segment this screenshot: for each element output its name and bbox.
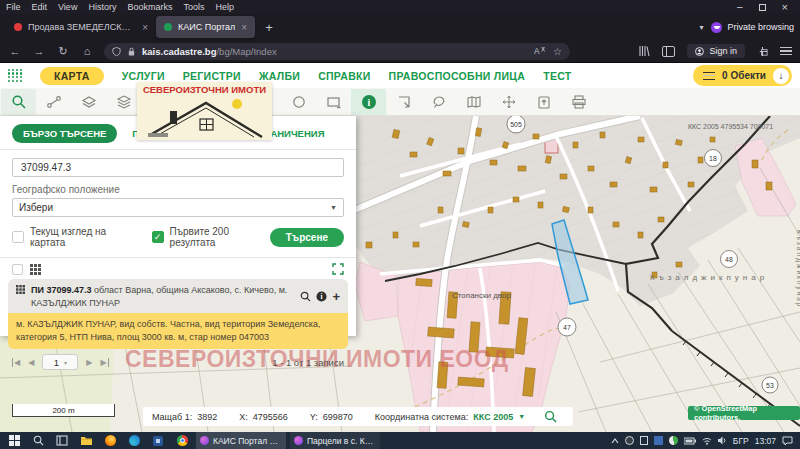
map-toolbar: i [0,88,800,116]
signin-button[interactable]: Sign in [687,44,745,58]
nav-item-uslugi[interactable]: УСЛУГИ [122,70,165,82]
language-indicator[interactable]: БГР [733,436,749,446]
pan-tool-icon[interactable] [491,89,526,115]
taskbar-window-parceli[interactable]: Парцели в с. Кичево... [290,432,380,449]
page-select[interactable]: 1 ▾ [42,354,78,370]
select-all-checkbox[interactable] [12,264,23,275]
nav-item-karta[interactable]: КАРТА [40,67,104,85]
rect-select-tool-icon[interactable] [316,89,351,115]
tray-antivirus-icon[interactable] [669,436,678,445]
layers-tool-icon[interactable] [106,89,141,115]
search-button[interactable]: Търсене [270,228,344,247]
tab-list-chevron-icon[interactable]: ▾ [699,23,703,32]
osm-attribution[interactable]: © OpenStreetMap contributors. [688,406,800,420]
status-search-icon[interactable] [544,410,557,423]
export-tool-icon[interactable] [526,89,561,115]
menu-file[interactable]: File [6,2,21,12]
menu-edit[interactable]: Edit [32,2,48,12]
taskbar-search-icon[interactable] [28,432,48,449]
tray-app-icon[interactable] [654,436,663,445]
search-tool-icon[interactable] [1,89,36,115]
current-view-checkbox[interactable] [12,231,24,243]
parcel-grid-icon [16,285,25,294]
notification-icon[interactable] [782,436,793,446]
info-tool-icon[interactable]: i [351,89,386,115]
geo-position-select[interactable]: Избери ▼ [12,198,344,217]
tab-close-icon[interactable]: × [241,22,247,33]
basemap-tool-icon[interactable] [71,89,106,115]
extension-icon[interactable] [757,46,768,57]
menu-help[interactable]: Help [215,2,234,12]
app-menu-icon[interactable] [780,47,792,55]
sidebar-icon[interactable] [662,46,675,57]
tab-close-icon[interactable]: × [142,22,148,33]
file-explorer-icon[interactable] [76,432,96,449]
window-restore-button[interactable] [759,4,766,11]
tab-quick-search[interactable]: БЪРЗО ТЪРСЕНЕ [12,124,117,143]
zoom-to-result-icon[interactable] [300,291,311,302]
app-icon-blue[interactable] [148,432,168,449]
bookmark-star-icon[interactable]: ☆ [553,46,562,57]
clock[interactable]: 13:07 [755,436,776,446]
volume-icon[interactable] [718,436,727,445]
tray-app-icon[interactable] [625,436,634,445]
firefox-icon[interactable] [100,432,120,449]
apps-grid-icon[interactable] [8,69,22,83]
wifi-icon[interactable] [702,437,712,445]
nav-item-test[interactable]: ТЕСТ [543,70,571,82]
prev-page-icon[interactable]: ◀ [28,358,34,367]
map-sheet-tool-icon[interactable] [456,89,491,115]
print-tool-icon[interactable] [561,89,596,115]
add-result-icon[interactable]: + [332,292,340,302]
system-tray: БГР 13:07 [611,436,796,446]
url-field[interactable]: kais.cadastre.bg/bg/Map/Index A ☆ [104,43,570,60]
translate-icon[interactable]: A [534,46,545,57]
shield-icon[interactable] [112,47,121,56]
chrome-icon[interactable] [172,432,192,449]
menu-view[interactable]: View [58,2,77,12]
taskbar-window-kais[interactable]: КАИС Портал — Мо... [196,432,286,449]
tray-app-icon[interactable] [640,436,648,445]
window-minimize-button[interactable]: – [737,3,743,11]
nav-item-zhalbi[interactable]: ЖАЛБИ [259,70,300,82]
expand-results-icon[interactable] [332,263,344,275]
lasso-select-tool-icon[interactable] [421,89,456,115]
edge-icon[interactable] [124,432,144,449]
start-button[interactable] [4,432,24,449]
reload-icon[interactable]: ↻ [56,45,70,58]
crs-caret-icon[interactable]: ▼ [518,413,525,420]
tab-kais-portal[interactable]: КАИС Портал × [156,16,255,38]
tab-prodava-zemya[interactable]: Продава ЗЕМЕДЕЛСКА ЗЕМЯ в × [6,16,156,38]
map-status-bar: Мащаб 1: 3892 X: 4795566 Y: 699870 Коорд… [143,407,573,426]
map-label-locality: Къзалджикпунар [650,273,768,282]
first-page-icon[interactable]: ◀ [12,358,20,367]
menu-history[interactable]: History [88,2,116,12]
window-close-button[interactable]: × [782,3,788,12]
first-200-checkbox[interactable]: ✓ [152,231,164,243]
measure-tool-icon[interactable] [36,89,71,115]
library-icon[interactable] [638,45,650,57]
crs-select[interactable]: ККС 2005 [473,412,513,422]
result-item[interactable]: ПИ 37099.47.3 област Варна, община Аксак… [8,279,348,349]
nav-item-spravki[interactable]: СПРАВКИ [318,70,370,82]
download-icon[interactable]: ↓ [773,68,789,84]
result-info-icon[interactable]: i [316,291,327,302]
pagination: ◀ ◀ 1 ▾ ▶ ▶ 1 - 1 от 1 записи [12,354,344,370]
last-page-icon[interactable]: ▶ [100,358,108,367]
home-icon[interactable]: ⌂ [80,45,94,57]
nav-item-registri[interactable]: РЕГИСТРИ [183,70,241,82]
tray-chevron-icon[interactable] [611,438,619,444]
next-page-icon[interactable]: ▶ [86,358,92,367]
nav-item-pravosposobni[interactable]: ПРАВОСПОСОБНИ ЛИЦА [389,70,526,82]
back-icon[interactable]: ← [8,45,22,57]
menu-bookmarks[interactable]: Bookmarks [127,2,172,12]
circle-select-tool-icon[interactable] [281,89,316,115]
search-input[interactable] [12,158,344,177]
objects-pill[interactable]: 0 Обекти ↓ [693,65,792,86]
new-tab-button[interactable]: + [265,20,273,35]
forward-icon[interactable]: → [32,45,46,57]
menu-tools[interactable]: Tools [183,2,204,12]
corner-arrow-tool-icon[interactable] [386,89,421,115]
battery-icon[interactable] [684,437,696,445]
task-view-icon[interactable] [52,432,72,449]
